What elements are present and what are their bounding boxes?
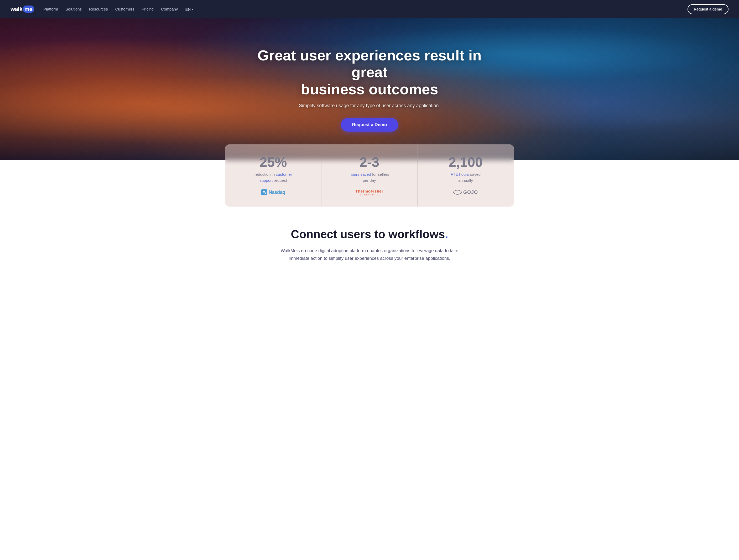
hero-title-line2: business outcomes (301, 81, 438, 98)
thermo-name: ThermoFisher (355, 189, 383, 193)
nav-item-customers[interactable]: Customers (115, 7, 134, 12)
hero-content: Great user experiences result in great b… (251, 47, 488, 132)
connect-title: Connect users to workflows. (10, 228, 729, 241)
navbar: walkme Platform Solutions Resources Cust… (0, 0, 739, 18)
connect-section: Connect users to workflows. WalkMe's no-… (0, 207, 739, 278)
stat-logo-nasdaq: Nasdaq (261, 188, 285, 196)
stat-desc-thermo: hours saved for sellersper day (349, 171, 389, 183)
chevron-down-icon: ▾ (192, 8, 193, 11)
stat-number-gojo: 2,100 (449, 155, 483, 169)
stats-section: 25% reduction in customersupport request… (225, 144, 514, 207)
nav-link-pricing[interactable]: Pricing (142, 7, 154, 11)
nav-item-solutions[interactable]: Solutions (65, 7, 82, 12)
stat-logo-thermo: ThermoFisher SCIENTIFIC (355, 188, 383, 196)
stat-item-gojo: 2,100 FTE hours savedannually GOJO (418, 145, 514, 206)
stat-logo-gojo: GOJO (453, 188, 478, 196)
nav-item-platform[interactable]: Platform (43, 7, 58, 12)
stat-item-nasdaq: 25% reduction in customersupport request… (225, 145, 321, 206)
hero-cta-button[interactable]: Request a Demo (341, 118, 398, 132)
logo-walk: walk (10, 6, 23, 12)
connect-title-main: Connect users to workflows (291, 228, 445, 241)
connect-title-dot: . (445, 228, 448, 241)
nav-links: Platform Solutions Resources Customers P… (43, 7, 193, 12)
stat-highlight-thermo: hours saved (349, 172, 371, 176)
nasdaq-n-icon (261, 189, 267, 195)
stat-highlight-gojo: FTE hours (451, 172, 469, 176)
thermofisher-logo: ThermoFisher SCIENTIFIC (355, 189, 383, 196)
nav-link-customers[interactable]: Customers (115, 7, 134, 11)
stat-item-thermo: 2-3 hours saved for sellersper day Therm… (321, 145, 418, 206)
stats-card: 25% reduction in customersupport request… (225, 144, 514, 207)
stat-desc-gojo: FTE hours savedannually (451, 171, 481, 183)
nav-link-company[interactable]: Company (161, 7, 178, 11)
hero-title: Great user experiences result in great b… (257, 47, 482, 98)
nav-link-solutions[interactable]: Solutions (65, 7, 82, 11)
stat-number-nasdaq: 25% (260, 155, 287, 169)
hero-title-line1: Great user experiences result in great (258, 47, 482, 81)
gojo-text: GOJO (463, 190, 478, 195)
nav-lang-selector[interactable]: EN ▾ (185, 7, 193, 12)
lang-label: EN (185, 7, 191, 12)
language-dropdown[interactable]: EN ▾ (185, 7, 193, 12)
nasdaq-text: Nasdaq (269, 190, 285, 195)
stat-desc-nasdaq: reduction in customersupport request (255, 171, 292, 183)
nasdaq-logo: Nasdaq (261, 189, 285, 195)
connect-description: WalkMe's no-code digital adoption platfo… (278, 247, 461, 262)
nav-link-platform[interactable]: Platform (43, 7, 58, 11)
logo-me: me (23, 6, 34, 13)
nav-left: walkme Platform Solutions Resources Cust… (10, 6, 193, 13)
thermo-scientific: SCIENTIFIC (355, 193, 383, 196)
nav-link-resources[interactable]: Resources (89, 7, 108, 11)
nav-item-resources[interactable]: Resources (89, 7, 108, 12)
nav-item-company[interactable]: Company (161, 7, 178, 12)
stat-number-thermo: 2-3 (359, 155, 379, 169)
nav-item-pricing[interactable]: Pricing (142, 7, 154, 12)
logo-text: walkme (10, 6, 34, 13)
gojo-oval-icon (453, 190, 462, 195)
hero-section: Great user experiences result in great b… (0, 18, 739, 160)
stat-highlight-nasdaq: customersupport (260, 172, 292, 182)
request-demo-nav-button[interactable]: Request a demo (688, 4, 729, 14)
logo[interactable]: walkme (10, 6, 34, 13)
gojo-logo: GOJO (453, 190, 478, 195)
hero-subtitle: Simplify software usage for any type of … (257, 103, 482, 109)
